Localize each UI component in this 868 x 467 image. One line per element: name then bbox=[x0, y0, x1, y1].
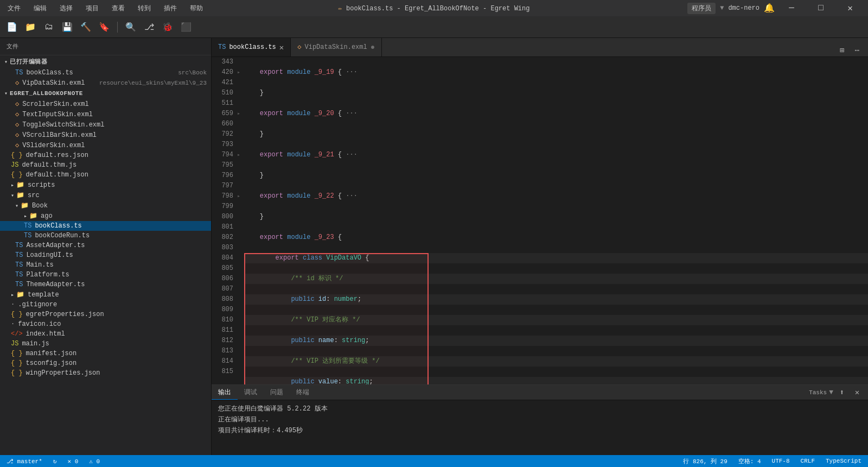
minimize-button[interactable]: ─ bbox=[779, 0, 804, 16]
tab-vipdataskin-label: VipDataSkin.exml bbox=[305, 43, 367, 51]
debug-button[interactable]: 🐞 bbox=[160, 20, 175, 35]
git-branch[interactable]: ⎇ master* bbox=[4, 458, 44, 465]
extension-button[interactable]: ⬛ bbox=[178, 20, 194, 35]
ts-file-icon: TS bbox=[24, 222, 31, 230]
ts-icon: TS bbox=[15, 69, 23, 77]
git-button[interactable]: ⎇ bbox=[142, 20, 157, 35]
tab-bookclass-label: bookClass.ts bbox=[229, 43, 276, 51]
build-button[interactable]: 🔨 bbox=[78, 20, 93, 35]
code-line-800: public value: string; bbox=[244, 377, 868, 384]
tree-src[interactable]: ▾ 📁 src bbox=[0, 190, 211, 200]
tree-defaultthmjson[interactable]: { } default.thm.json bbox=[0, 170, 211, 180]
tab-bookclass-close[interactable]: ✕ bbox=[279, 43, 284, 52]
open-folder-button[interactable]: 🗂 bbox=[41, 20, 56, 35]
menu-project[interactable]: 项目 bbox=[84, 3, 101, 14]
close-button[interactable]: ✕ bbox=[838, 0, 863, 16]
tree-book[interactable]: ▾ 📁 Book bbox=[0, 200, 211, 211]
save-button[interactable]: 💾 bbox=[60, 20, 75, 35]
js-icon: JS bbox=[11, 340, 18, 348]
error-icon: ✕ bbox=[67, 458, 71, 465]
line-ending[interactable]: CRLF bbox=[799, 458, 817, 464]
tab-bookclass[interactable]: TS bookClass.ts ✕ bbox=[212, 38, 291, 56]
split-editor-button[interactable]: ⊞ bbox=[835, 43, 848, 56]
open-editor-vipdataskin[interactable]: ◇ VipDataSkin.exml resource\eui_skins\my… bbox=[0, 78, 211, 88]
bottom-tab-terminal[interactable]: 终端 bbox=[290, 386, 316, 399]
cursor-position[interactable]: 行 826, 列 29 bbox=[681, 457, 729, 465]
menu-view[interactable]: 查看 bbox=[110, 3, 127, 14]
tree-textinputskin[interactable]: ◇ TextInputSkin.exml bbox=[0, 109, 211, 119]
close-panel-button[interactable]: ✕ bbox=[851, 386, 864, 399]
tree-gitignore[interactable]: · .gitignore bbox=[0, 300, 211, 310]
folder-icon: 📁 bbox=[16, 191, 24, 199]
menu-goto[interactable]: 转到 bbox=[136, 3, 153, 14]
menu-plugin[interactable]: 插件 bbox=[162, 3, 179, 14]
indentation[interactable]: 空格: 4 bbox=[736, 457, 763, 465]
notification-icon[interactable]: 🔔 bbox=[764, 3, 775, 14]
more-actions-button[interactable]: ⋯ bbox=[851, 43, 864, 56]
tree-ago[interactable]: ▸ 📁 ago bbox=[0, 211, 211, 221]
bookmark-button[interactable]: 🔖 bbox=[97, 20, 112, 35]
maximize-panel-button[interactable]: ⬆ bbox=[835, 386, 848, 399]
tab-vipdataskin-close[interactable]: ● bbox=[371, 43, 375, 52]
encoding[interactable]: UTF-8 bbox=[770, 458, 792, 464]
tree-wingproperties[interactable]: { } wingProperties.json bbox=[0, 368, 211, 378]
sync-status[interactable]: ↻ bbox=[51, 458, 59, 465]
tree-loadingui[interactable]: TS LoadingUI.ts bbox=[0, 250, 211, 260]
bottom-tab-debug[interactable]: 调试 bbox=[238, 386, 264, 399]
language-mode[interactable]: TypeScript bbox=[824, 458, 864, 464]
tree-toggleswitchskin[interactable]: ◇ ToggleSwitchSkin.exml bbox=[0, 119, 211, 130]
ts-file-icon: TS bbox=[15, 261, 23, 269]
code-editor[interactable]: 343 420 421 510 511 659 660 792 793 794 … bbox=[212, 57, 868, 384]
error-count[interactable]: ✕ 0 bbox=[65, 458, 80, 465]
tree-defaultresjson[interactable]: { } default.res.json bbox=[0, 150, 211, 160]
fold-button[interactable]: ▸ bbox=[234, 109, 243, 119]
bottom-tab-problems[interactable]: 问题 bbox=[264, 386, 290, 399]
tree-mainjs[interactable]: JS main.js bbox=[0, 339, 211, 349]
open-editors-section[interactable]: ▾ 已打开编辑器 bbox=[0, 55, 211, 68]
fold-button[interactable]: ▸ bbox=[234, 191, 243, 201]
chevron-down-icon: ▾ bbox=[11, 192, 14, 199]
tree-defaultthmjs[interactable]: JS default.thm.js bbox=[0, 160, 211, 170]
editor-area: TS bookClass.ts ✕ ◇ VipDataSkin.exml ● ⊞… bbox=[212, 38, 868, 455]
menu-select[interactable]: 选择 bbox=[58, 3, 75, 14]
warning-count[interactable]: ⚠ 0 bbox=[87, 458, 102, 465]
chevron-right-icon: ▸ bbox=[11, 292, 14, 298]
maximize-button[interactable]: □ bbox=[808, 0, 833, 16]
menu-help[interactable]: 帮助 bbox=[188, 3, 205, 14]
tree-vsliderskin[interactable]: ◇ VSliderSkin.exml bbox=[0, 140, 211, 150]
project-section[interactable]: ▾ EGRET_ALLBOOKOFNOTE bbox=[0, 88, 211, 99]
menu-file[interactable]: 文件 bbox=[5, 3, 23, 14]
tree-scrollerskin[interactable]: ◇ ScrollerSkin.exml bbox=[0, 99, 211, 109]
open-file-button[interactable]: 📁 bbox=[23, 20, 38, 35]
ts-file-icon: TS bbox=[15, 281, 23, 288]
tree-platform[interactable]: TS Platform.ts bbox=[0, 270, 211, 280]
open-editor-bookclass[interactable]: TS bookClass.ts src\Book bbox=[0, 68, 211, 78]
tree-bookcoderun[interactable]: TS bookCodeRun.ts bbox=[0, 231, 211, 241]
warning-icon: ⚠ bbox=[89, 458, 93, 465]
xml-icon: ◇ bbox=[15, 100, 19, 108]
fold-button[interactable]: ▸ bbox=[234, 67, 243, 78]
tree-egretproperties[interactable]: { } egretProperties.json bbox=[0, 310, 211, 319]
new-file-button[interactable]: 📄 bbox=[4, 20, 20, 35]
tree-template[interactable]: ▸ 📁 template bbox=[0, 289, 211, 300]
tree-manifest[interactable]: { } manifest.json bbox=[0, 349, 211, 358]
bottom-tab-output[interactable]: 输出 bbox=[212, 386, 238, 400]
code-line-799: /** VIP 达到所需要等级 */ bbox=[244, 356, 868, 367]
tree-assetadapter[interactable]: TS AssetAdapter.ts bbox=[0, 241, 211, 250]
tree-favicon[interactable]: · favicon.ico bbox=[0, 319, 211, 329]
tree-scripts[interactable]: ▸ 📁 scripts bbox=[0, 180, 211, 190]
tree-indexhtml[interactable]: </> index.html bbox=[0, 329, 211, 339]
tree-vscrollbarskin[interactable]: ◇ VScrollBarSkin.exml bbox=[0, 130, 211, 140]
search-button[interactable]: 🔍 bbox=[123, 20, 138, 35]
fold-button[interactable]: ▸ bbox=[234, 150, 243, 160]
tab-vipdataskin[interactable]: ◇ VipDataSkin.exml ● bbox=[291, 38, 382, 56]
tree-bookclassts[interactable]: TS bookClass.ts bbox=[0, 221, 211, 231]
tree-main[interactable]: TS Main.ts bbox=[0, 260, 211, 270]
tree-tsconfig[interactable]: { } tsconfig.json bbox=[0, 358, 211, 368]
titlebar: 文件 编辑 选择 项目 查看 转到 插件 帮助 ✏ bookClass.ts -… bbox=[0, 0, 868, 16]
sidebar-content: ▾ 已打开编辑器 TS bookClass.ts src\Book ◇ VipD… bbox=[0, 55, 211, 455]
menu-edit[interactable]: 编辑 bbox=[31, 3, 49, 14]
generic-file-icon: · bbox=[11, 301, 15, 308]
tree-themeadapter[interactable]: TS ThemeAdapter.ts bbox=[0, 280, 211, 289]
statusbar: ⎇ master* ↻ ✕ 0 ⚠ 0 行 826, 列 29 空格: 4 UT… bbox=[0, 455, 868, 467]
